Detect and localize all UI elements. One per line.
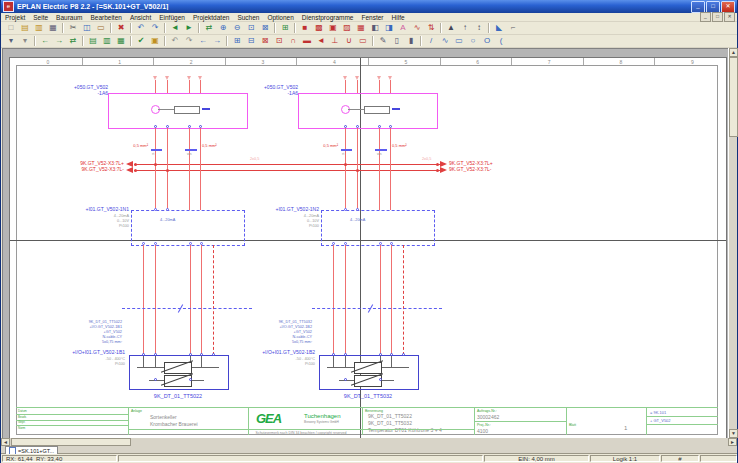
edit-stamp-button[interactable]: ▮ xyxy=(404,34,418,48)
transducer-box[interactable] xyxy=(321,210,435,246)
select-button[interactable]: ◣ xyxy=(492,21,506,35)
device-label[interactable]: 9K_DT_01_TT5032 xyxy=(319,394,417,400)
draw-circle-button[interactable]: ○ xyxy=(466,34,480,48)
maximize-button[interactable]: □ xyxy=(706,1,720,13)
corner-mode-button[interactable]: ⌐ xyxy=(506,21,520,35)
minimize-button[interactable]: _ xyxy=(691,1,705,13)
device-navigator-button[interactable]: ▤ xyxy=(86,34,100,48)
bus-line-minus[interactable] xyxy=(134,170,440,171)
insert-busbar-button[interactable]: ▬ xyxy=(300,34,314,48)
plc-resistor-symbol[interactable] xyxy=(364,106,390,114)
goto-previous-button[interactable]: ← xyxy=(38,34,52,48)
insert-terminal-strip-button[interactable]: ⊠ xyxy=(258,34,272,48)
wire[interactable] xyxy=(200,128,201,210)
move-button[interactable]: ↑ xyxy=(458,21,472,35)
bus-line-plus[interactable] xyxy=(134,164,440,165)
wire[interactable] xyxy=(390,128,391,210)
prev-view-button[interactable]: ↶ xyxy=(168,34,182,48)
messages-button[interactable]: ▣ xyxy=(148,34,162,48)
edit-pen-button[interactable]: ✎ xyxy=(376,34,390,48)
menu-seite[interactable]: Seite xyxy=(29,14,52,21)
cable-line[interactable] xyxy=(312,308,442,309)
plc-resistor-symbol[interactable] xyxy=(174,106,200,114)
connections-button[interactable]: ∿ xyxy=(410,21,424,35)
insert-box-button[interactable]: ▣ xyxy=(326,21,340,35)
menu-hilfe[interactable]: Hilfe xyxy=(388,14,409,21)
close-button[interactable]: ✕ xyxy=(721,1,735,13)
vertical-scrollbar[interactable]: ▲ ▼ xyxy=(728,48,737,438)
page-tab[interactable]: =SK.101+GT... xyxy=(5,446,58,454)
copy-button[interactable]: ◫ xyxy=(80,21,94,35)
snap-grid-button[interactable]: ⊞ xyxy=(278,21,292,35)
zoom-all-button[interactable]: ⊠ xyxy=(258,21,272,35)
cable-navigator-button[interactable]: ▥ xyxy=(100,34,114,48)
cut-button[interactable]: ✂ xyxy=(66,21,80,35)
scroll-up-icon[interactable]: ▲ xyxy=(729,48,738,57)
menu-einfgen[interactable]: Einfügen xyxy=(155,14,189,21)
device-label[interactable]: 9K_DT_01_TT5022 xyxy=(129,394,227,400)
open-page-button[interactable]: ▥ xyxy=(32,21,46,35)
wire[interactable] xyxy=(379,80,380,93)
mdi-close-button[interactable]: ✕ xyxy=(724,12,735,22)
wire[interactable] xyxy=(345,80,346,93)
wire[interactable] xyxy=(390,80,391,93)
scroll-left-icon[interactable]: ◄ xyxy=(1,438,10,446)
draw-line-button[interactable]: / xyxy=(424,34,438,48)
transducer-box[interactable] xyxy=(131,210,245,246)
graphical-editor-button[interactable]: ◨ xyxy=(382,21,396,35)
menu-projekt[interactable]: Projekt xyxy=(1,14,29,21)
next-view-button[interactable]: ↷ xyxy=(182,34,196,48)
menu-bauraum[interactable]: Bauraum xyxy=(52,14,86,21)
insert-black-box-button[interactable]: ▭ xyxy=(356,34,370,48)
horizontal-scrollbar[interactable]: ◄ ► xyxy=(1,438,737,446)
scroll-down-icon[interactable]: ▼ xyxy=(729,429,738,438)
insert-plc-card-button[interactable]: ⊟ xyxy=(244,34,258,48)
draw-ellipse-button[interactable]: O xyxy=(480,34,494,48)
update-connections-button[interactable]: ⇅ xyxy=(424,21,438,35)
drawing-area[interactable]: 01234567899K.GT_V52-X3:7L+9K.GT_V52-X3:7… xyxy=(2,48,728,438)
wire[interactable] xyxy=(345,245,346,355)
wire[interactable] xyxy=(155,128,156,210)
schematic-sheet[interactable]: 01234567899K.GT_V52-X3:7L+9K.GT_V52-X3:7… xyxy=(9,57,727,438)
terminal-circle[interactable] xyxy=(212,353,215,356)
insert-jumper-button[interactable]: ∪ xyxy=(342,34,356,48)
refresh-button[interactable]: ⇄ xyxy=(202,21,216,35)
wire[interactable] xyxy=(155,245,156,355)
menu-ansicht[interactable]: Ansicht xyxy=(126,14,155,21)
scroll-right-icon[interactable]: ► xyxy=(728,438,737,446)
zoom-out-button[interactable]: ⊖ xyxy=(230,21,244,35)
insert-shield-button[interactable]: ∩ xyxy=(286,34,300,48)
align-top-button[interactable]: ▲ xyxy=(444,21,458,35)
wire[interactable] xyxy=(143,245,144,355)
insert-cable-button[interactable]: ⊡ xyxy=(272,34,286,48)
multi-select-button[interactable]: ▾ xyxy=(18,34,32,48)
terminal-circle[interactable] xyxy=(344,378,347,381)
goto-next-button[interactable]: → xyxy=(52,34,66,48)
back-button[interactable]: ← xyxy=(196,34,210,48)
select-tool-button[interactable]: ▾ xyxy=(4,34,18,48)
zoom-in-button[interactable]: ⊕ xyxy=(216,21,230,35)
cable-line[interactable] xyxy=(122,308,252,309)
edit-block-button[interactable]: ▯ xyxy=(390,34,404,48)
wire[interactable] xyxy=(380,245,381,355)
check-project-button[interactable]: ✔ xyxy=(134,34,148,48)
undo-button[interactable]: ↶ xyxy=(134,21,148,35)
terminal-circle[interactable] xyxy=(356,208,359,211)
wire[interactable] xyxy=(345,128,346,210)
wire[interactable] xyxy=(189,128,190,210)
page-back-button[interactable]: ◄ xyxy=(168,21,182,35)
menu-fenster[interactable]: Fenster xyxy=(358,14,388,21)
vertical-scroll-thumb[interactable] xyxy=(729,57,738,137)
terminal-navigator-button[interactable]: ▦ xyxy=(114,34,128,48)
menu-dienstprogramme[interactable]: Dienstprogramme xyxy=(298,14,358,21)
navigator-button[interactable]: ◧ xyxy=(368,21,382,35)
goto-counterpart-button[interactable]: ⇄ xyxy=(66,34,80,48)
horizontal-scroll-thumb[interactable] xyxy=(11,438,131,446)
annotate-button[interactable]: A xyxy=(396,21,410,35)
page-forward-button[interactable]: ► xyxy=(182,21,196,35)
insert-symbol-button[interactable]: ■ xyxy=(298,21,312,35)
insert-device-button[interactable]: ▨ xyxy=(340,21,354,35)
stretch-button[interactable]: ↕ xyxy=(472,21,486,35)
shield-wire-dashed[interactable] xyxy=(403,245,404,355)
terminal-circle[interactable] xyxy=(344,208,347,211)
